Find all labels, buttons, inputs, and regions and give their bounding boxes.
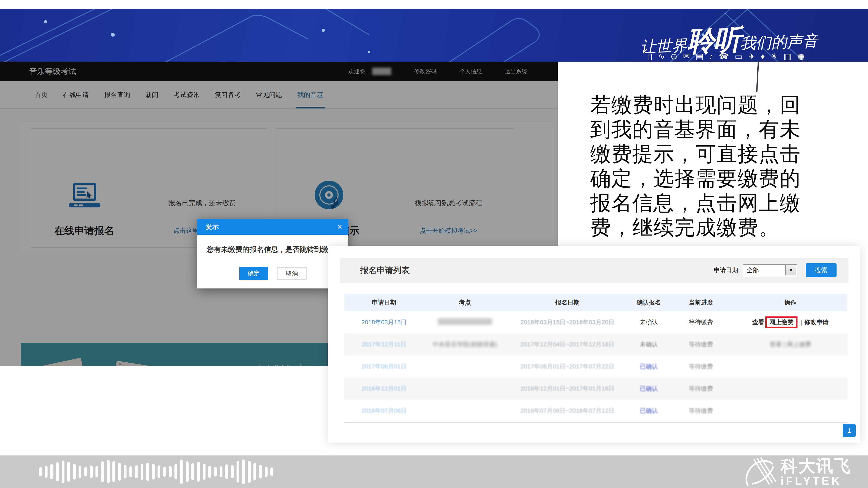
op-online-pay-link[interactable]: 网上缴费 (769, 319, 794, 326)
waveform-bar (237, 461, 239, 483)
slogan-right: 我们的声音 (740, 32, 818, 53)
cancel-button[interactable]: 取消 (277, 267, 307, 280)
apply-date-link[interactable]: 2018年03月15日 (362, 319, 407, 326)
confirm-status: 已确认 (640, 385, 658, 392)
panel-title: 报名申请列表 (360, 265, 410, 276)
waveform-bar (163, 467, 166, 477)
column-header-1: 考点 (424, 298, 506, 307)
panel-header-band: 报名申请列表 申请日期: 全部 ▼ 搜索 (340, 258, 848, 283)
confirm-status: 未确认 (640, 341, 658, 348)
waveform-bar (186, 461, 189, 482)
table-row: 2017年06月01日2017年06月01日~2017年07月22日已确认等待缴… (344, 356, 847, 378)
confirm-status: 已确认 (640, 407, 658, 414)
registration-period: 2018年03月15日~2018年03月20日 (520, 319, 615, 326)
registration-period: 2017年06月01日~2017年07月22日 (520, 363, 615, 370)
apply-date-link[interactable]: 2017年12月11日 (362, 341, 407, 348)
cart: ▥ (783, 52, 797, 61)
waveform-bar (175, 464, 177, 479)
waveform-bar (107, 460, 110, 483)
selected-filter-value: 全部 (747, 266, 759, 274)
iflytek-logo: 科大讯飞 iFLYTEK (744, 457, 852, 487)
waveform-bar (191, 463, 194, 480)
dialog-title: 提示 (206, 222, 219, 231)
op-modify-apply-link[interactable]: 修改申请 (804, 319, 829, 326)
apply-date-link[interactable]: 2016年07月06日 (362, 407, 407, 414)
brand-name-en: iFLYTEK (780, 475, 852, 486)
waveform-bar (270, 467, 273, 476)
table-row: 2017年12月11日中央音乐学院(初级音基)2017年12月04日~2017年… (344, 333, 847, 356)
waveform-bar (180, 460, 183, 484)
close-icon[interactable]: × (337, 222, 342, 231)
progress-status: 等待缴费 (689, 385, 713, 392)
waveform-bar (95, 466, 98, 477)
tv: ▤ (696, 52, 709, 61)
application-list-panel: 报名申请列表 申请日期: 全部 ▼ 搜索 申请日期考点报名日期确认报名当前进度操… (328, 246, 860, 443)
ops-blurred: 查看 | 网上缴费 (770, 341, 811, 348)
brand-name-cn: 科大讯飞 (780, 457, 852, 474)
waveform-bar (248, 461, 251, 483)
filter-label: 申请日期: (714, 266, 740, 274)
apply-date-link[interactable]: 2017年06月01日 (362, 363, 407, 370)
op-view-link[interactable]: 查看 (752, 319, 765, 326)
pagination-page-1[interactable]: 1 (843, 424, 856, 437)
column-header-2: 报名日期 (506, 298, 629, 307)
waveform-bar (113, 461, 115, 482)
waveform-bar (39, 467, 42, 476)
dialog-header: 提示 × (197, 219, 348, 235)
waveform-bar (101, 461, 104, 482)
page-canvas: 让世界聆听我们的声音 ▯∿⊙✉▤♪☎▭✈♦☀▥▦ 音乐等级考试 欢迎您， 修改密… (0, 0, 868, 488)
waveform-bar (135, 465, 138, 478)
panel-divider (344, 422, 847, 423)
dialog-buttons: 确定 取消 (197, 267, 348, 280)
waveform-bar (79, 466, 82, 478)
filter-controls: 申请日期: 全部 ▼ 搜索 (714, 263, 848, 277)
waveform-bar (73, 464, 76, 480)
waveform-bar (259, 465, 262, 479)
search-icon: ⊙ (671, 52, 683, 61)
confirm-status: 已确认 (640, 363, 658, 370)
column-header-4: 当前进度 (669, 298, 734, 307)
instruction-text: 若缴费时出现问题，回 到我的音基界面，有未 缴费提示，可直接点击 确定，选择需要… (590, 93, 864, 240)
column-header-3: 确认报名 (629, 298, 669, 307)
table-row: 2016年07月06日2016年07月06日~2016年07月12日已确认等待缴… (344, 400, 847, 422)
registration-period: 2017年12月04日~2017年12月18日 (520, 341, 615, 348)
search-button[interactable]: 搜索 (806, 263, 837, 277)
confirm-button[interactable]: 确定 (239, 267, 268, 280)
progress-status: 等待缴费 (689, 407, 713, 414)
exam-site-redacted (438, 318, 492, 325)
sun: ☀ (771, 52, 783, 61)
waveform-bar (158, 465, 160, 478)
waveform-bar (197, 462, 200, 482)
iflytek-blue-banner: 让世界聆听我们的声音 ▯∿⊙✉▤♪☎▭✈♦☀▥▦ (0, 9, 868, 62)
waveform-bar (152, 464, 155, 480)
dialog-message: 您有未缴费的报名信息，是否跳转到缴费页面？ (207, 245, 348, 254)
waveform-bar (225, 464, 228, 479)
application-table: 申请日期考点报名日期确认报名当前进度操作 2018年03月15日2018年03月… (344, 294, 847, 422)
chevron-down-icon[interactable]: ▼ (785, 265, 796, 275)
chat-bubble: ▭ (735, 52, 748, 61)
iflytek-swoosh-icon (744, 457, 777, 487)
waveform: ∿ (658, 52, 671, 61)
waveform-bar (208, 466, 211, 478)
waveform-bar (242, 459, 245, 484)
waveform-bar (253, 463, 256, 480)
waveform-bar (220, 466, 222, 477)
confirm-status: 未确认 (640, 319, 658, 326)
waveform-bar (45, 466, 48, 478)
waveform-bar (62, 460, 64, 483)
plane: ✈ (748, 52, 761, 61)
fuel-pump: ▦ (797, 52, 810, 61)
waveform-bar (124, 465, 126, 479)
column-header-0: 申请日期 (344, 298, 424, 307)
progress-status: 等待缴费 (689, 363, 713, 370)
exam-site: 中央音乐学院(初级音基) (432, 341, 497, 348)
waveform-bar (50, 464, 53, 479)
slogan-icon-row: ▯∿⊙✉▤♪☎▭✈♦☀▥▦ (621, 52, 838, 61)
waveform-bar (169, 466, 172, 477)
apply-date-select[interactable]: 全部 ▼ (743, 264, 797, 276)
apply-date-link[interactable]: 2016年12月01日 (362, 385, 407, 392)
red-highlight-box: 网上缴费 (765, 317, 798, 328)
progress-status: 等待缴费 (689, 319, 713, 326)
waveform-bar (84, 467, 87, 477)
waveform-bar (90, 465, 93, 478)
